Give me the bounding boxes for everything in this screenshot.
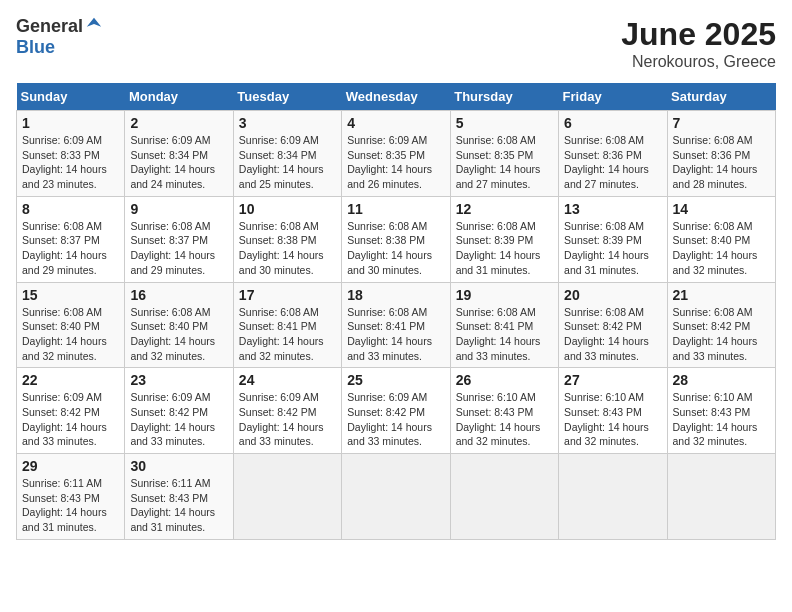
day-info: Sunrise: 6:08 AM Sunset: 8:42 PM Dayligh… xyxy=(564,305,661,364)
day-number: 20 xyxy=(564,287,661,303)
day-number: 10 xyxy=(239,201,336,217)
table-row: 30 Sunrise: 6:11 AM Sunset: 8:43 PM Dayl… xyxy=(125,454,233,540)
day-number: 21 xyxy=(673,287,770,303)
day-info: Sunrise: 6:09 AM Sunset: 8:42 PM Dayligh… xyxy=(130,390,227,449)
day-number: 30 xyxy=(130,458,227,474)
day-info: Sunrise: 6:08 AM Sunset: 8:38 PM Dayligh… xyxy=(239,219,336,278)
page-header: General Blue June 2025 Nerokouros, Greec… xyxy=(16,16,776,71)
logo: General Blue xyxy=(16,16,103,58)
day-info: Sunrise: 6:08 AM Sunset: 8:39 PM Dayligh… xyxy=(564,219,661,278)
table-row: 8 Sunrise: 6:08 AM Sunset: 8:37 PM Dayli… xyxy=(17,196,125,282)
day-info: Sunrise: 6:09 AM Sunset: 8:42 PM Dayligh… xyxy=(347,390,444,449)
day-number: 11 xyxy=(347,201,444,217)
calendar-header-row: Sunday Monday Tuesday Wednesday Thursday… xyxy=(17,83,776,111)
day-info: Sunrise: 6:08 AM Sunset: 8:37 PM Dayligh… xyxy=(130,219,227,278)
day-number: 13 xyxy=(564,201,661,217)
table-row: 2 Sunrise: 6:09 AM Sunset: 8:34 PM Dayli… xyxy=(125,111,233,197)
day-number: 26 xyxy=(456,372,553,388)
day-info: Sunrise: 6:08 AM Sunset: 8:40 PM Dayligh… xyxy=(22,305,119,364)
col-wednesday: Wednesday xyxy=(342,83,450,111)
day-number: 7 xyxy=(673,115,770,131)
table-row: 29 Sunrise: 6:11 AM Sunset: 8:43 PM Dayl… xyxy=(17,454,125,540)
svg-marker-0 xyxy=(87,17,101,26)
day-info: Sunrise: 6:10 AM Sunset: 8:43 PM Dayligh… xyxy=(673,390,770,449)
day-number: 29 xyxy=(22,458,119,474)
table-row: 13 Sunrise: 6:08 AM Sunset: 8:39 PM Dayl… xyxy=(559,196,667,282)
day-info: Sunrise: 6:08 AM Sunset: 8:36 PM Dayligh… xyxy=(673,133,770,192)
day-number: 28 xyxy=(673,372,770,388)
day-info: Sunrise: 6:09 AM Sunset: 8:42 PM Dayligh… xyxy=(239,390,336,449)
day-number: 12 xyxy=(456,201,553,217)
table-row: 15 Sunrise: 6:08 AM Sunset: 8:40 PM Dayl… xyxy=(17,282,125,368)
col-sunday: Sunday xyxy=(17,83,125,111)
table-row: 28 Sunrise: 6:10 AM Sunset: 8:43 PM Dayl… xyxy=(667,368,775,454)
logo-blue-text: Blue xyxy=(16,37,55,58)
calendar-table: Sunday Monday Tuesday Wednesday Thursday… xyxy=(16,83,776,540)
day-info: Sunrise: 6:09 AM Sunset: 8:34 PM Dayligh… xyxy=(130,133,227,192)
calendar-week-row: 8 Sunrise: 6:08 AM Sunset: 8:37 PM Dayli… xyxy=(17,196,776,282)
calendar-week-row: 1 Sunrise: 6:09 AM Sunset: 8:33 PM Dayli… xyxy=(17,111,776,197)
day-number: 15 xyxy=(22,287,119,303)
day-info: Sunrise: 6:08 AM Sunset: 8:40 PM Dayligh… xyxy=(673,219,770,278)
table-row xyxy=(342,454,450,540)
day-info: Sunrise: 6:09 AM Sunset: 8:34 PM Dayligh… xyxy=(239,133,336,192)
day-number: 24 xyxy=(239,372,336,388)
table-row: 25 Sunrise: 6:09 AM Sunset: 8:42 PM Dayl… xyxy=(342,368,450,454)
table-row: 16 Sunrise: 6:08 AM Sunset: 8:40 PM Dayl… xyxy=(125,282,233,368)
day-number: 4 xyxy=(347,115,444,131)
day-number: 22 xyxy=(22,372,119,388)
table-row: 10 Sunrise: 6:08 AM Sunset: 8:38 PM Dayl… xyxy=(233,196,341,282)
table-row xyxy=(559,454,667,540)
table-row: 27 Sunrise: 6:10 AM Sunset: 8:43 PM Dayl… xyxy=(559,368,667,454)
table-row: 3 Sunrise: 6:09 AM Sunset: 8:34 PM Dayli… xyxy=(233,111,341,197)
table-row xyxy=(450,454,558,540)
day-number: 16 xyxy=(130,287,227,303)
day-info: Sunrise: 6:10 AM Sunset: 8:43 PM Dayligh… xyxy=(564,390,661,449)
table-row: 21 Sunrise: 6:08 AM Sunset: 8:42 PM Dayl… xyxy=(667,282,775,368)
day-info: Sunrise: 6:11 AM Sunset: 8:43 PM Dayligh… xyxy=(130,476,227,535)
day-info: Sunrise: 6:09 AM Sunset: 8:33 PM Dayligh… xyxy=(22,133,119,192)
day-info: Sunrise: 6:08 AM Sunset: 8:37 PM Dayligh… xyxy=(22,219,119,278)
table-row: 20 Sunrise: 6:08 AM Sunset: 8:42 PM Dayl… xyxy=(559,282,667,368)
day-number: 1 xyxy=(22,115,119,131)
table-row: 18 Sunrise: 6:08 AM Sunset: 8:41 PM Dayl… xyxy=(342,282,450,368)
day-number: 5 xyxy=(456,115,553,131)
day-info: Sunrise: 6:08 AM Sunset: 8:41 PM Dayligh… xyxy=(239,305,336,364)
table-row: 11 Sunrise: 6:08 AM Sunset: 8:38 PM Dayl… xyxy=(342,196,450,282)
col-friday: Friday xyxy=(559,83,667,111)
table-row: 17 Sunrise: 6:08 AM Sunset: 8:41 PM Dayl… xyxy=(233,282,341,368)
day-number: 2 xyxy=(130,115,227,131)
day-info: Sunrise: 6:08 AM Sunset: 8:40 PM Dayligh… xyxy=(130,305,227,364)
day-info: Sunrise: 6:08 AM Sunset: 8:36 PM Dayligh… xyxy=(564,133,661,192)
day-info: Sunrise: 6:08 AM Sunset: 8:42 PM Dayligh… xyxy=(673,305,770,364)
table-row: 24 Sunrise: 6:09 AM Sunset: 8:42 PM Dayl… xyxy=(233,368,341,454)
page-title: June 2025 xyxy=(621,16,776,53)
table-row: 14 Sunrise: 6:08 AM Sunset: 8:40 PM Dayl… xyxy=(667,196,775,282)
table-row: 4 Sunrise: 6:09 AM Sunset: 8:35 PM Dayli… xyxy=(342,111,450,197)
day-number: 27 xyxy=(564,372,661,388)
table-row: 19 Sunrise: 6:08 AM Sunset: 8:41 PM Dayl… xyxy=(450,282,558,368)
calendar-week-row: 22 Sunrise: 6:09 AM Sunset: 8:42 PM Dayl… xyxy=(17,368,776,454)
table-row xyxy=(667,454,775,540)
col-thursday: Thursday xyxy=(450,83,558,111)
day-info: Sunrise: 6:08 AM Sunset: 8:41 PM Dayligh… xyxy=(347,305,444,364)
day-info: Sunrise: 6:08 AM Sunset: 8:41 PM Dayligh… xyxy=(456,305,553,364)
day-info: Sunrise: 6:08 AM Sunset: 8:39 PM Dayligh… xyxy=(456,219,553,278)
table-row: 26 Sunrise: 6:10 AM Sunset: 8:43 PM Dayl… xyxy=(450,368,558,454)
day-info: Sunrise: 6:09 AM Sunset: 8:35 PM Dayligh… xyxy=(347,133,444,192)
col-saturday: Saturday xyxy=(667,83,775,111)
table-row: 5 Sunrise: 6:08 AM Sunset: 8:35 PM Dayli… xyxy=(450,111,558,197)
day-info: Sunrise: 6:09 AM Sunset: 8:42 PM Dayligh… xyxy=(22,390,119,449)
day-number: 8 xyxy=(22,201,119,217)
day-number: 18 xyxy=(347,287,444,303)
day-info: Sunrise: 6:08 AM Sunset: 8:38 PM Dayligh… xyxy=(347,219,444,278)
day-number: 19 xyxy=(456,287,553,303)
day-number: 9 xyxy=(130,201,227,217)
calendar-week-row: 29 Sunrise: 6:11 AM Sunset: 8:43 PM Dayl… xyxy=(17,454,776,540)
day-number: 25 xyxy=(347,372,444,388)
day-number: 3 xyxy=(239,115,336,131)
table-row: 6 Sunrise: 6:08 AM Sunset: 8:36 PM Dayli… xyxy=(559,111,667,197)
page-subtitle: Nerokouros, Greece xyxy=(621,53,776,71)
table-row xyxy=(233,454,341,540)
col-monday: Monday xyxy=(125,83,233,111)
